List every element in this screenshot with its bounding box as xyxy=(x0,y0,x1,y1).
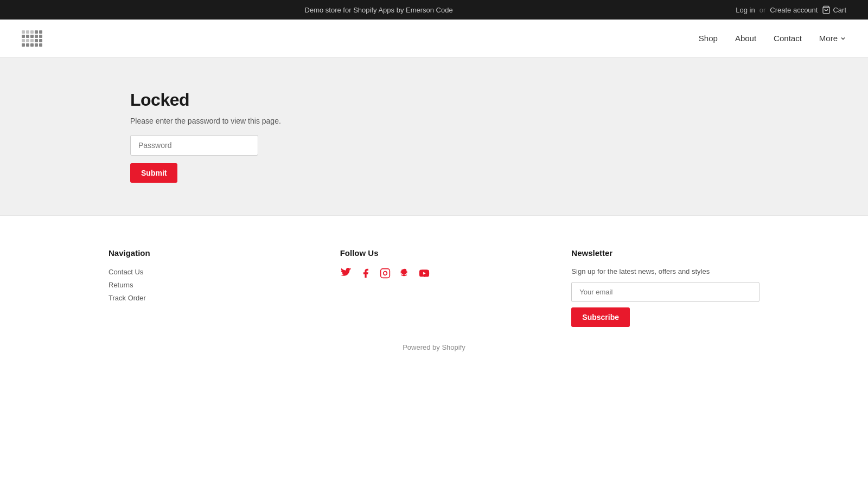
site-footer: Navigation Contact Us Returns Track Orde… xyxy=(0,215,868,378)
list-item: Contact Us xyxy=(108,267,297,276)
email-input[interactable] xyxy=(571,282,760,302)
login-link[interactable]: Log in xyxy=(736,6,755,14)
svg-rect-1 xyxy=(380,269,390,278)
nav-more[interactable]: More xyxy=(819,34,846,43)
locked-description: Please enter the password to view this p… xyxy=(130,117,738,125)
chevron-down-icon xyxy=(840,35,846,42)
twitter-icon[interactable] xyxy=(340,267,352,279)
navigation-heading: Navigation xyxy=(108,248,297,258)
nav-about[interactable]: About xyxy=(735,34,756,43)
instagram-icon[interactable] xyxy=(379,267,391,279)
footer-bottom: Powered by Shopify xyxy=(22,327,846,357)
site-header: Shop About Contact More xyxy=(0,20,868,57)
announcement-text: Demo store for Shopify Apps by Emerson C… xyxy=(22,6,736,14)
returns-link[interactable]: Returns xyxy=(108,281,133,289)
main-nav: Shop About Contact More xyxy=(699,34,846,43)
cart-button[interactable]: Cart xyxy=(822,5,846,14)
contact-us-link[interactable]: Contact Us xyxy=(108,268,143,276)
newsletter-heading: Newsletter xyxy=(571,248,760,258)
footer-navigation: Navigation Contact Us Returns Track Orde… xyxy=(108,248,297,327)
snapchat-icon[interactable] xyxy=(399,267,411,279)
password-input[interactable] xyxy=(130,135,258,156)
subscribe-button[interactable]: Subscribe xyxy=(571,307,630,327)
footer-inner: Navigation Contact Us Returns Track Orde… xyxy=(108,248,760,327)
locked-title: Locked xyxy=(130,90,738,110)
newsletter-description: Sign up for the latest news, offers and … xyxy=(571,267,760,275)
nav-contact[interactable]: Contact xyxy=(774,34,802,43)
create-account-link[interactable]: Create account xyxy=(770,6,818,14)
list-item: Track Order xyxy=(108,293,297,302)
cart-icon xyxy=(822,5,831,14)
locked-container: Locked Please enter the password to view… xyxy=(108,90,760,183)
footer-newsletter: Newsletter Sign up for the latest news, … xyxy=(571,248,760,327)
nav-shop[interactable]: Shop xyxy=(699,34,718,43)
powered-by-text: Powered by Shopify xyxy=(403,343,465,351)
track-order-link[interactable]: Track Order xyxy=(108,294,146,302)
locked-section: Locked Please enter the password to view… xyxy=(0,57,868,215)
top-bar-actions: Log in or Create account Cart xyxy=(736,5,846,14)
list-item: Returns xyxy=(108,280,297,289)
footer-follow-us: Follow Us xyxy=(340,248,528,327)
cart-label: Cart xyxy=(833,6,846,14)
submit-button[interactable]: Submit xyxy=(130,163,177,183)
site-logo[interactable] xyxy=(22,30,42,47)
youtube-icon[interactable] xyxy=(418,267,430,279)
nav-links-list: Contact Us Returns Track Order xyxy=(108,267,297,302)
facebook-icon[interactable] xyxy=(360,267,372,279)
follow-us-heading: Follow Us xyxy=(340,248,528,258)
social-icons-container xyxy=(340,267,528,279)
or-separator: or xyxy=(760,6,766,14)
top-bar: Demo store for Shopify Apps by Emerson C… xyxy=(0,0,868,20)
